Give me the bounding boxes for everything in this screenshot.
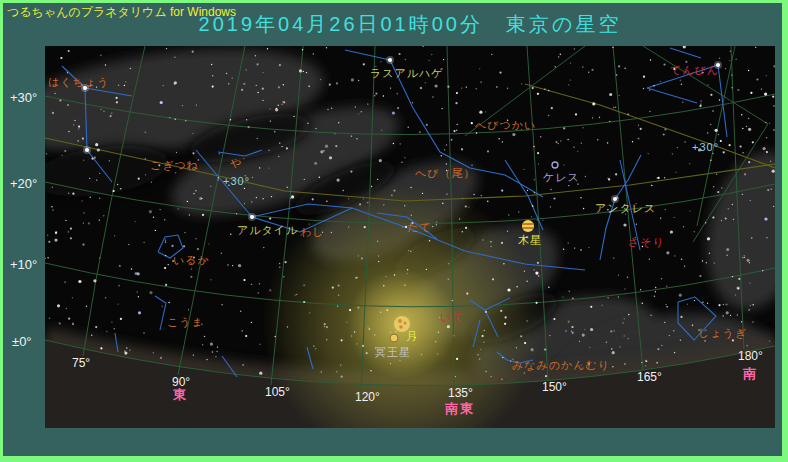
azimuth-label-0: 75°	[72, 356, 90, 370]
star-chart[interactable]: はくちょうこぎつねや+30°アルタイルわしいるかこうまたてラスアルハゲへびつかい…	[45, 46, 775, 428]
chart-title: 2019年04月26日01時00分 東京の星空	[45, 11, 775, 38]
jupiter-icon	[522, 220, 534, 232]
sky-label-8: たて	[407, 220, 432, 235]
azimuth-label-4: 135°	[448, 386, 473, 400]
app-window: つるちゃんのプラネタリウム for Windows 2019年04月26日01時…	[0, 0, 788, 462]
direction-label-0: 東	[173, 386, 188, 404]
azimuth-label-6: 165°	[637, 370, 662, 384]
sky-label-13: 木星	[518, 233, 542, 248]
sky-label-3: +30°	[223, 175, 250, 187]
sky-label-15: さそり	[628, 235, 665, 250]
azimuth-label-2: 105°	[265, 385, 290, 399]
sky-label-16: てんびん	[670, 63, 719, 78]
sky-label-12: ケレス	[543, 170, 580, 185]
altitude-label-3: ±0°	[12, 334, 32, 349]
sky-label-21: みなみのかんむり	[512, 358, 610, 373]
azimuth-label-5: 150°	[542, 380, 567, 394]
azimuth-label-7: 180°	[738, 349, 763, 363]
altitude-label-2: +10°	[10, 257, 37, 272]
azimuth-label-3: 120°	[355, 390, 380, 404]
sky-label-14: アンタレス	[595, 201, 656, 216]
sky-label-2: や	[230, 156, 242, 171]
sky-label-18: いて	[440, 310, 465, 325]
altitude-label-1: +20°	[10, 176, 37, 191]
direction-label-2: 南	[743, 365, 758, 383]
sky-label-10: へびつかい	[475, 118, 536, 133]
sky-canvas	[45, 46, 775, 428]
sky-label-19: 月	[406, 329, 418, 344]
sky-label-7: こうま	[167, 315, 204, 330]
sky-label-5: わし	[300, 225, 325, 240]
sky-label-6: いるか	[173, 253, 210, 268]
sky-label-20: 冥王星	[375, 345, 411, 360]
altitude-label-0: +30°	[10, 90, 37, 105]
pluto-icon	[390, 334, 398, 342]
sky-label-1: こぎつね	[150, 158, 199, 173]
sky-label-22: じょうぎ	[698, 326, 747, 341]
sky-label-9: ラスアルハゲ	[370, 66, 444, 81]
sky-label-17: +30°	[692, 141, 719, 153]
sky-label-4: アルタイル	[237, 223, 298, 238]
sky-label-0: はくちょう	[48, 75, 109, 90]
sky-label-11: へび（尾）	[415, 166, 476, 181]
direction-label-1: 南東	[445, 400, 475, 418]
